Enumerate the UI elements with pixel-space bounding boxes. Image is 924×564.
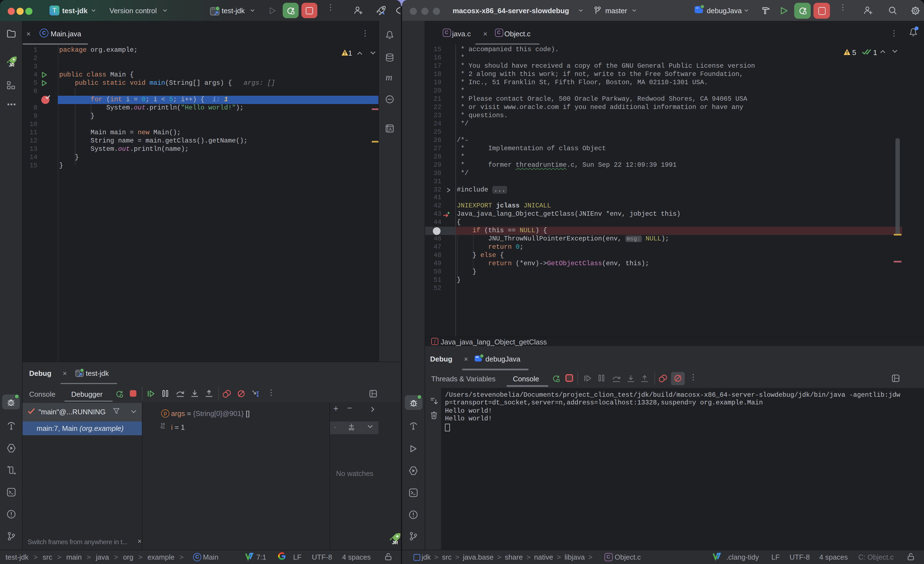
svg-text:JR: JR — [9, 63, 15, 68]
svg-text:JR: JR — [392, 540, 398, 545]
svg-text:A: A — [389, 127, 392, 132]
